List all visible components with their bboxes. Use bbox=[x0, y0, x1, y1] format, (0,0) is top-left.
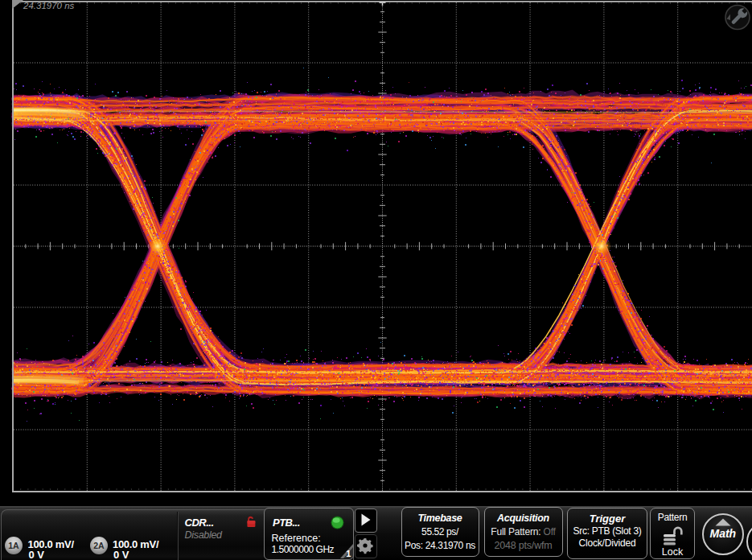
svg-text:1: 1 bbox=[346, 549, 351, 558]
svg-text:24.31970 ns: 24.31970 ns bbox=[23, 1, 75, 10]
